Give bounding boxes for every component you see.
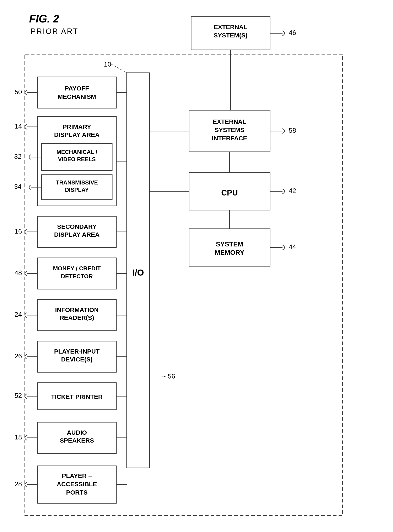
ref52-label: 52 <box>15 392 22 399</box>
sysm-label1: SYSTEM <box>216 241 243 248</box>
ref34-bracket <box>29 185 31 190</box>
td-label1: TRANSMISSIVE <box>56 180 98 186</box>
ref16-label: 16 <box>15 227 22 235</box>
mvr-label2: VIDEO REELS <box>58 156 96 162</box>
ref10-label: 10 <box>104 60 111 68</box>
td-label2: DISPLAY <box>65 187 89 193</box>
ref46-bracket <box>282 31 285 36</box>
pap-label3: PORTS <box>66 489 88 496</box>
ref42-bracket <box>282 189 285 194</box>
sysm-label2: MEMORY <box>215 249 245 256</box>
io-label: I/O <box>132 268 144 277</box>
ref28-label: 28 <box>15 480 22 488</box>
external-system-label: EXTERNAL <box>214 24 247 30</box>
pid-label2: DEVICE(S) <box>61 356 93 363</box>
ir-label2: READER(S) <box>60 314 94 321</box>
ref24-label: 24 <box>15 311 22 318</box>
sda-label2: DISPLAY AREA <box>54 231 100 238</box>
payoff-label1: PAYOFF <box>65 85 89 92</box>
pda-label2: DISPLAY AREA <box>54 131 100 138</box>
ref46-label: 46 <box>289 29 296 36</box>
diagram-container: FIG. 2 PRIOR ART EXTERNAL SYSTEM(S) 46 E… <box>8 8 385 524</box>
ref14-label: 14 <box>15 122 22 130</box>
mcd-label1: MONEY / CREDIT <box>53 265 101 272</box>
as-label1: AUDIO <box>67 429 87 436</box>
ir-label1: INFORMATION <box>55 306 98 313</box>
ref58-bracket <box>282 129 285 134</box>
ref32-label: 32 <box>14 153 22 160</box>
ref48-label: 48 <box>15 269 22 277</box>
esi-label3: INTERFACE <box>212 135 247 142</box>
ref44-bracket <box>282 245 285 250</box>
mvr-label1: MECHANICAL / <box>56 149 97 155</box>
pid-label1: PLAYER-INPUT <box>54 348 100 355</box>
ref50-label: 50 <box>15 88 22 96</box>
ref44-label: 44 <box>289 243 296 251</box>
payoff-label2: MECHANISM <box>58 93 96 100</box>
mcd-label2: DETECTOR <box>61 273 93 280</box>
sda-label1: SECONDARY <box>57 223 97 230</box>
pap-label2: ACCESSIBLE <box>57 481 97 487</box>
tp-label: TICKET PRINTER <box>51 393 103 400</box>
ref10-dashed-line <box>111 64 127 73</box>
external-system-label2: SYSTEM(S) <box>214 32 247 39</box>
ref56-label: ~ 56 <box>162 372 175 380</box>
ref18-label: 18 <box>15 433 22 441</box>
payoff-mechanism-box <box>37 77 116 108</box>
diagram-svg: EXTERNAL SYSTEM(S) 46 EXTERNAL SYSTEMS I… <box>8 8 385 524</box>
ref34-label: 34 <box>14 183 22 190</box>
ref32-bracket <box>29 155 31 160</box>
ref58-label: 58 <box>289 127 296 134</box>
pda-label1: PRIMARY <box>63 123 91 130</box>
ref42-label: 42 <box>289 187 296 195</box>
pap-label1: PLAYER – <box>62 472 92 479</box>
cpu-label: CPU <box>221 188 238 197</box>
esi-label1: EXTERNAL <box>213 118 246 125</box>
ref26-label: 26 <box>15 352 22 360</box>
esi-label2: SYSTEMS <box>215 126 244 133</box>
as-label2: SPEAKERS <box>60 437 94 444</box>
